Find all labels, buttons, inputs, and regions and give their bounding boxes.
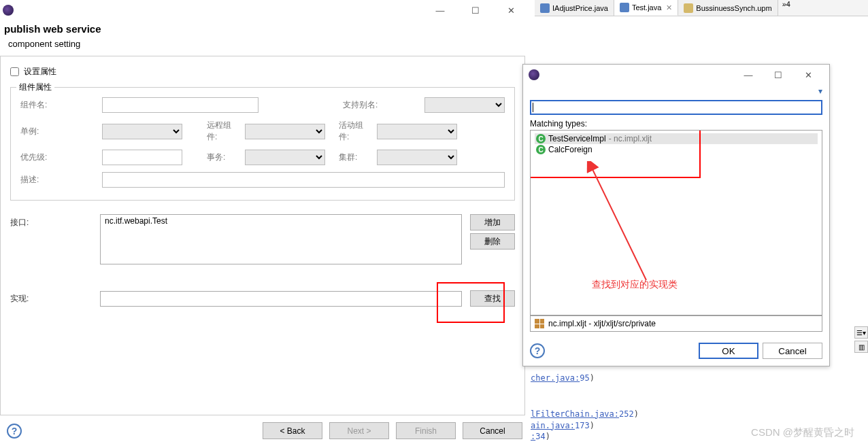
help-icon[interactable]: ? [530,343,545,358]
transaction-select[interactable] [245,150,325,165]
active-select[interactable] [377,124,457,139]
upm-file-icon [684,3,693,13]
label-interface: 接口: [10,214,92,264]
component-name-input[interactable] [102,97,258,113]
maximize-button[interactable]: ☐ [768,70,788,80]
tab-label: IAdjustPrice.java [552,4,608,12]
annotation-text: 查找到对应的实现类 [592,279,678,291]
minimize-button[interactable]: — [430,5,450,16]
delete-button[interactable]: 删除 [470,233,515,250]
wizard-footer: ? < Back Next > Finish Cancel [0,415,529,446]
popup-footer: ? OK Cancel [523,336,829,366]
label-active: 活动组件: [339,120,377,143]
label-support-alias: 支持别名: [343,99,424,111]
class-icon: C [536,134,546,143]
close-button[interactable]: ✕ [798,70,818,80]
type-search-dialog: — ☐ ✕ ▾ Matching types: C TestServiceImp… [522,64,830,366]
package-icon [535,319,544,328]
component-properties-group: 组件属性 组件名: 支持别名: 单例: 远程组件: 活动组件: 优先级: [10,87,515,201]
watermark: CSDN @梦醒黄昏之时 [751,426,854,439]
priority-input[interactable] [102,150,182,165]
popup-titlebar: — ☐ ✕ [523,65,829,85]
back-button[interactable]: < Back [263,422,322,439]
label-priority: 优先级: [20,152,102,163]
label-component-name: 组件名: [20,99,102,111]
tab-label: Test.java [632,3,661,12]
label-implementation: 实现: [10,293,92,305]
maximize-button[interactable]: ☐ [465,5,486,16]
label-remote: 远程组件: [207,120,245,143]
wizard-titlebar: — ☐ ✕ [0,0,529,20]
svg-line-0 [592,168,646,280]
label-description: 描述: [20,174,102,186]
tab-bussinuesssynch[interactable]: BussinuessSynch.upm [678,0,778,16]
wizard-body: 设置属性 组件属性 组件名: 支持别名: 单例: 远程组件: 活动组件: [0,56,525,415]
eclipse-icon [529,69,539,80]
match-pkg: - nc.impl.xljt [609,134,652,143]
match-item-testserviceimpl[interactable]: C TestServiceImpl - nc.impl.xljt [535,133,818,144]
publish-wizard-dialog: — ☐ ✕ publish web service component sett… [0,0,529,446]
background-stacktrace: cher.java:95) lFilterChain.java:252) ain… [531,373,639,443]
find-button[interactable]: 查找 [470,290,515,307]
match-item-calcforeign[interactable]: C CalcForeign [535,144,818,155]
finish-button: Finish [396,422,456,439]
wizard-subtitle: component setting [8,39,522,49]
implementation-section: 实现: 查找 [10,290,515,307]
interface-list[interactable]: nc.itf.webapi.Test [100,214,462,264]
remote-select[interactable] [245,124,325,139]
label-cluster: 集群: [339,152,377,163]
next-button: Next > [329,422,389,439]
tab-iadjustprice[interactable]: IAdjustPrice.java [535,0,614,16]
annotation-arrow [578,161,660,284]
help-icon[interactable]: ? [7,424,22,439]
path-bar: nc.impl.xljt - xljt/xljt/src/private [530,315,822,332]
java-file-icon [620,3,629,12]
editor-tabs[interactable]: IAdjustPrice.java Test.java ✕ Bussinuess… [535,0,868,16]
wizard-header: publish web service component setting [0,20,529,56]
add-button[interactable]: 增加 [470,214,515,230]
matching-types-label: Matching types: [530,119,822,128]
type-search-input[interactable] [530,100,822,115]
interface-section: 接口: nc.itf.webapi.Test 增加 删除 [10,214,515,264]
label-singleton: 单例: [20,126,102,137]
group-title: 组件属性 [16,82,54,93]
label-transaction: 事务: [207,152,245,163]
ok-button[interactable]: OK [699,343,758,359]
gutter-icon[interactable]: ☰▾ [854,326,868,339]
popup-body: ▾ Matching types: C TestServiceImpl - nc… [523,85,829,336]
eclipse-icon [3,5,14,16]
wizard-title: publish web service [4,23,522,35]
cluster-select[interactable] [377,150,457,165]
tab-label: BussinuessSynch.upm [696,4,771,12]
interface-item[interactable]: nc.itf.webapi.Test [105,216,457,226]
match-name: TestServiceImpl [548,134,606,143]
class-icon: C [536,145,546,154]
cancel-button[interactable]: Cancel [763,343,822,359]
close-button[interactable]: ✕ [501,5,521,16]
set-properties-checkbox[interactable] [10,67,19,76]
support-alias-select[interactable] [424,97,505,113]
path-text: nc.impl.xljt - xljt/xljt/src/private [548,319,656,328]
cancel-button[interactable]: Cancel [463,422,522,439]
set-properties-label: 设置属性 [24,67,56,76]
match-name: CalcForeign [548,145,592,154]
editor-right-gutter: ☰▾ ▥ [854,326,868,353]
minimize-button[interactable]: — [738,70,758,80]
tab-test[interactable]: Test.java ✕ [614,0,678,16]
tab-overflow[interactable]: »4 [778,0,795,16]
java-file-icon [540,3,550,13]
gutter-icon[interactable]: ▥ [854,341,868,353]
description-input[interactable] [102,172,505,188]
singleton-select[interactable] [102,124,182,139]
menu-chevron-icon[interactable]: ▾ [818,86,822,96]
implementation-input[interactable] [100,291,462,307]
matching-types-list[interactable]: C TestServiceImpl - nc.impl.xljt C CalcF… [530,130,822,315]
close-icon[interactable]: ✕ [666,3,672,12]
